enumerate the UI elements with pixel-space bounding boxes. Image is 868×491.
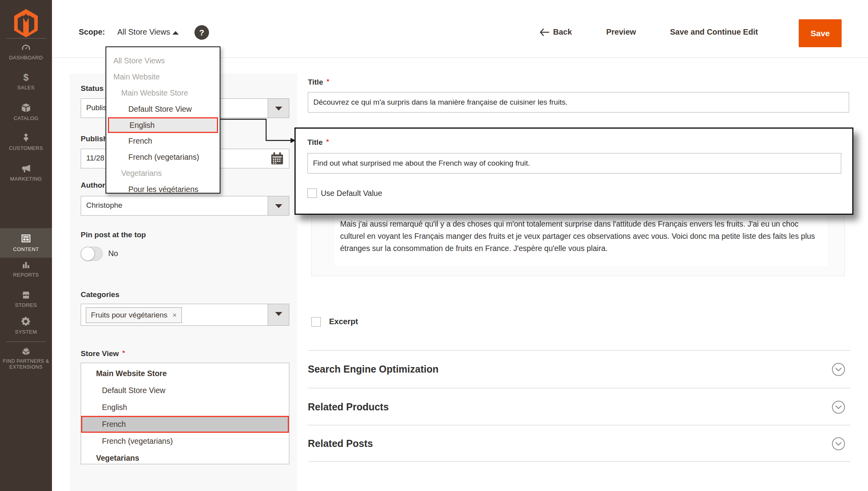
store-view-option-selected[interactable]: French bbox=[81, 416, 289, 433]
publish-date-value: 11/28 bbox=[86, 154, 104, 162]
magento-logo-icon[interactable] bbox=[13, 9, 39, 38]
save-button[interactable]: Save bbox=[799, 19, 842, 47]
section-related-products[interactable]: Related Products bbox=[308, 401, 389, 413]
dashboard-icon bbox=[20, 42, 31, 53]
sidebar-item-label: FIND PARTNERS & EXTENSIONS bbox=[0, 358, 52, 370]
scope-option-highlighted[interactable]: English bbox=[108, 117, 218, 133]
chevron-down-circle-icon[interactable] bbox=[831, 362, 846, 377]
section-related-posts[interactable]: Related Posts bbox=[308, 438, 373, 449]
scope-dropdown-menu: All Store Views Main Website Main Websit… bbox=[105, 46, 220, 194]
sidebar-item-sales[interactable]: $ SALES bbox=[0, 72, 52, 90]
pin-post-value: No bbox=[108, 249, 118, 258]
partners-icon bbox=[20, 345, 32, 356]
sidebar-item-label: CATALOG bbox=[0, 115, 52, 121]
preview-button[interactable]: Preview bbox=[606, 28, 636, 37]
sidebar-item-customers[interactable]: CUSTOMERS bbox=[0, 132, 52, 151]
sidebar: DASHBOARD $ SALES CATALOG CUSTOMERS MARK… bbox=[0, 0, 52, 491]
toggle-knob bbox=[81, 247, 95, 261]
required-asterisk: * bbox=[122, 349, 125, 357]
sidebar-item-label: SALES bbox=[0, 85, 52, 90]
chevron-down-icon[interactable] bbox=[268, 99, 289, 118]
publish-label: Publish bbox=[81, 135, 108, 143]
system-icon bbox=[20, 316, 31, 327]
magento-admin-page: DASHBOARD $ SALES CATALOG CUSTOMERS MARK… bbox=[0, 0, 868, 491]
calendar-icon[interactable] bbox=[270, 151, 284, 166]
back-arrow-icon bbox=[540, 28, 549, 36]
scope-option[interactable]: French bbox=[106, 133, 220, 149]
save-and-continue-button[interactable]: Save and Continue Edit bbox=[670, 28, 758, 37]
sidebar-item-label: REPORTS bbox=[0, 272, 52, 278]
section-divider bbox=[308, 388, 850, 388]
author-label: Author bbox=[81, 181, 105, 190]
scope-switcher[interactable]: All Store Views bbox=[117, 28, 170, 37]
reports-icon bbox=[20, 260, 31, 270]
sidebar-item-stores[interactable]: STORES bbox=[0, 290, 52, 308]
store-view-option[interactable]: Main Website Store bbox=[81, 365, 289, 382]
sidebar-item-find-partners[interactable]: FIND PARTNERS & EXTENSIONS bbox=[0, 345, 52, 370]
marketing-icon bbox=[20, 163, 32, 174]
post-body-text: Mais j'ai aussi remarqué qu'il y a des c… bbox=[340, 218, 824, 255]
store-view-option[interactable]: Vegetarians bbox=[81, 450, 289, 464]
excerpt-label: Excerpt bbox=[329, 317, 358, 326]
scope-option[interactable]: Vegetarians bbox=[106, 165, 220, 181]
scope-option[interactable]: Pour les végétariens bbox=[106, 181, 220, 198]
sidebar-item-label: STORES bbox=[0, 302, 52, 308]
back-button[interactable]: Back bbox=[540, 28, 572, 37]
status-label: Status bbox=[81, 84, 104, 93]
content-icon bbox=[20, 233, 32, 244]
translated-title-popup: Title* Use Default Value bbox=[294, 127, 853, 215]
sidebar-divider bbox=[6, 341, 46, 342]
sidebar-divider bbox=[6, 38, 46, 39]
scope-option[interactable]: All Store Views bbox=[106, 53, 220, 69]
sidebar-item-label: CONTENT bbox=[0, 246, 52, 252]
sidebar-item-label: CUSTOMERS bbox=[0, 145, 52, 151]
store-view-option[interactable]: English bbox=[81, 399, 289, 416]
section-divider bbox=[308, 350, 850, 351]
categories-multiselect[interactable]: Fruits pour végétariens× bbox=[81, 304, 289, 326]
sidebar-item-dashboard[interactable]: DASHBOARD bbox=[0, 42, 52, 61]
chevron-down-circle-icon[interactable] bbox=[831, 400, 846, 414]
scope-option[interactable]: Main Website Store bbox=[106, 85, 220, 101]
help-icon[interactable]: ? bbox=[194, 25, 209, 40]
scope-option[interactable]: Main Website bbox=[106, 69, 220, 85]
store-view-option[interactable]: French (vegetarians) bbox=[81, 433, 289, 450]
store-view-label: Store View* bbox=[81, 349, 125, 358]
use-default-value-label: Use Default Value bbox=[321, 189, 382, 198]
sidebar-item-label: DASHBOARD bbox=[0, 55, 52, 61]
scope-option[interactable]: Default Store View bbox=[106, 101, 220, 117]
sidebar-item-label: SYSTEM bbox=[0, 329, 52, 335]
sales-icon: $ bbox=[21, 72, 31, 83]
sidebar-item-reports[interactable]: REPORTS bbox=[0, 260, 52, 278]
required-asterisk: * bbox=[327, 78, 329, 85]
excerpt-checkbox[interactable] bbox=[311, 317, 321, 327]
chevron-up-icon[interactable] bbox=[172, 31, 179, 35]
store-view-listbox[interactable]: Main Website Store Default Store View En… bbox=[81, 363, 289, 464]
required-asterisk: * bbox=[326, 138, 329, 146]
author-select[interactable]: Christophe bbox=[81, 196, 289, 216]
sidebar-item-catalog[interactable]: CATALOG bbox=[0, 102, 52, 121]
scope-option[interactable]: French (vegetarians) bbox=[106, 149, 220, 165]
chevron-down-icon[interactable] bbox=[268, 304, 289, 325]
chevron-down-icon[interactable] bbox=[268, 196, 289, 215]
section-search-engine-optimization[interactable]: Search Engine Optimization bbox=[308, 364, 439, 375]
sidebar-item-system[interactable]: SYSTEM bbox=[0, 316, 52, 335]
customers-icon bbox=[21, 132, 31, 143]
pin-post-label: Pin post at the top bbox=[81, 231, 146, 239]
chevron-down-circle-icon[interactable] bbox=[831, 437, 846, 451]
title-input[interactable] bbox=[308, 92, 849, 113]
section-divider bbox=[308, 461, 850, 461]
popup-title-label: Title* bbox=[307, 138, 329, 147]
sidebar-item-marketing[interactable]: MARKETING bbox=[0, 163, 52, 182]
svg-text:$: $ bbox=[23, 72, 28, 83]
use-default-value-checkbox[interactable] bbox=[307, 188, 317, 198]
title-label: Title* bbox=[308, 78, 329, 87]
category-chip[interactable]: Fruits pour végétariens× bbox=[86, 307, 182, 323]
stores-icon bbox=[20, 290, 32, 300]
store-view-option[interactable]: Default Store View bbox=[81, 382, 289, 399]
scope-label: Scope: bbox=[79, 28, 105, 37]
pin-post-toggle[interactable] bbox=[81, 247, 103, 261]
remove-tag-icon[interactable]: × bbox=[172, 311, 177, 319]
sidebar-item-content-active[interactable]: CONTENT bbox=[0, 228, 52, 258]
popup-title-input[interactable] bbox=[307, 153, 841, 174]
author-value: Christophe bbox=[86, 201, 122, 210]
